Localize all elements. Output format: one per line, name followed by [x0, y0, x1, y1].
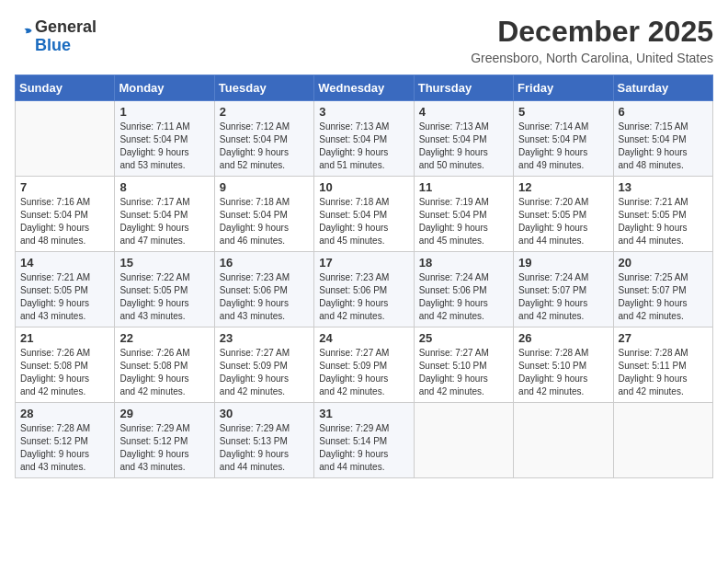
logo-blue-text: Blue: [35, 36, 71, 54]
day-info: Sunrise: 7:18 AM Sunset: 5:04 PM Dayligh…: [220, 196, 309, 247]
week-row-1: 1Sunrise: 7:11 AM Sunset: 5:04 PM Daylig…: [16, 101, 713, 177]
location-subtitle: Greensboro, North Carolina, United State…: [471, 51, 713, 65]
calendar-cell: 26Sunrise: 7:28 AM Sunset: 5:10 PM Dayli…: [514, 327, 613, 403]
day-info: Sunrise: 7:29 AM Sunset: 5:14 PM Dayligh…: [319, 422, 408, 474]
day-number: 7: [20, 180, 109, 194]
day-info: Sunrise: 7:17 AM Sunset: 5:04 PM Dayligh…: [119, 196, 209, 247]
day-info: Sunrise: 7:25 AM Sunset: 5:07 PM Dayligh…: [619, 271, 708, 323]
calendar-cell: 7Sunrise: 7:16 AM Sunset: 5:04 PM Daylig…: [16, 177, 115, 252]
day-info: Sunrise: 7:23 AM Sunset: 5:06 PM Dayligh…: [319, 271, 408, 323]
day-number: 21: [20, 331, 109, 345]
day-number: 18: [419, 256, 508, 270]
calendar-cell: 2Sunrise: 7:12 AM Sunset: 5:04 PM Daylig…: [214, 101, 313, 177]
day-info: Sunrise: 7:20 AM Sunset: 5:05 PM Dayligh…: [518, 196, 608, 247]
logo-bird-icon: [17, 26, 35, 44]
calendar-cell: 20Sunrise: 7:25 AM Sunset: 5:07 PM Dayli…: [613, 252, 712, 327]
weekday-header-tuesday: Tuesday: [214, 75, 313, 101]
day-info: Sunrise: 7:19 AM Sunset: 5:04 PM Dayligh…: [419, 196, 508, 247]
calendar-cell: 19Sunrise: 7:24 AM Sunset: 5:07 PM Dayli…: [514, 252, 613, 327]
day-info: Sunrise: 7:28 AM Sunset: 5:12 PM Dayligh…: [20, 422, 109, 474]
weekday-header-thursday: Thursday: [414, 75, 513, 101]
calendar-cell: 11Sunrise: 7:19 AM Sunset: 5:04 PM Dayli…: [414, 177, 513, 252]
day-number: 1: [119, 105, 209, 119]
day-info: Sunrise: 7:27 AM Sunset: 5:10 PM Dayligh…: [419, 347, 508, 398]
day-number: 4: [419, 105, 508, 119]
calendar-cell: [414, 403, 513, 478]
day-number: 23: [220, 331, 309, 345]
day-info: Sunrise: 7:24 AM Sunset: 5:06 PM Dayligh…: [419, 271, 508, 323]
day-number: 19: [518, 256, 608, 270]
calendar-cell: 18Sunrise: 7:24 AM Sunset: 5:06 PM Dayli…: [414, 252, 513, 327]
day-number: 30: [220, 407, 309, 420]
day-number: 6: [619, 105, 708, 119]
calendar-cell: 24Sunrise: 7:27 AM Sunset: 5:09 PM Dayli…: [314, 327, 414, 403]
day-info: Sunrise: 7:18 AM Sunset: 5:04 PM Dayligh…: [319, 196, 408, 247]
day-info: Sunrise: 7:15 AM Sunset: 5:04 PM Dayligh…: [619, 121, 708, 172]
day-info: Sunrise: 7:26 AM Sunset: 5:08 PM Dayligh…: [20, 347, 109, 398]
logo-general-text: General: [35, 17, 97, 36]
calendar-cell: 28Sunrise: 7:28 AM Sunset: 5:12 PM Dayli…: [16, 403, 115, 478]
day-number: 9: [220, 180, 309, 194]
day-number: 15: [119, 256, 209, 270]
calendar-cell: 25Sunrise: 7:27 AM Sunset: 5:10 PM Dayli…: [414, 327, 513, 403]
week-row-5: 28Sunrise: 7:28 AM Sunset: 5:12 PM Dayli…: [16, 403, 713, 478]
day-number: 14: [20, 256, 109, 270]
week-row-2: 7Sunrise: 7:16 AM Sunset: 5:04 PM Daylig…: [16, 177, 713, 252]
day-info: Sunrise: 7:14 AM Sunset: 5:04 PM Dayligh…: [518, 121, 608, 172]
calendar-cell: 9Sunrise: 7:18 AM Sunset: 5:04 PM Daylig…: [214, 177, 313, 252]
header: General Blue December 2025 Greensboro, N…: [15, 15, 713, 65]
day-info: Sunrise: 7:21 AM Sunset: 5:05 PM Dayligh…: [20, 271, 109, 323]
day-info: Sunrise: 7:22 AM Sunset: 5:05 PM Dayligh…: [119, 271, 209, 323]
weekday-header-row: SundayMondayTuesdayWednesdayThursdayFrid…: [16, 75, 713, 101]
day-number: 20: [619, 256, 708, 270]
day-info: Sunrise: 7:11 AM Sunset: 5:04 PM Dayligh…: [119, 121, 209, 172]
calendar-cell: 22Sunrise: 7:26 AM Sunset: 5:08 PM Dayli…: [115, 327, 214, 403]
calendar-cell: 4Sunrise: 7:13 AM Sunset: 5:04 PM Daylig…: [414, 101, 513, 177]
calendar-cell: 30Sunrise: 7:29 AM Sunset: 5:13 PM Dayli…: [214, 403, 313, 478]
title-area: December 2025 Greensboro, North Carolina…: [471, 15, 713, 65]
day-number: 12: [518, 180, 608, 194]
calendar-cell: 10Sunrise: 7:18 AM Sunset: 5:04 PM Dayli…: [314, 177, 414, 252]
day-info: Sunrise: 7:24 AM Sunset: 5:07 PM Dayligh…: [518, 271, 608, 323]
calendar-cell: 5Sunrise: 7:14 AM Sunset: 5:04 PM Daylig…: [514, 101, 613, 177]
calendar-cell: 29Sunrise: 7:29 AM Sunset: 5:12 PM Dayli…: [115, 403, 214, 478]
day-info: Sunrise: 7:26 AM Sunset: 5:08 PM Dayligh…: [119, 347, 209, 398]
calendar-table: SundayMondayTuesdayWednesdayThursdayFrid…: [15, 75, 713, 478]
weekday-header-monday: Monday: [115, 75, 214, 101]
weekday-header-wednesday: Wednesday: [314, 75, 414, 101]
calendar-cell: [16, 101, 115, 177]
calendar-cell: 17Sunrise: 7:23 AM Sunset: 5:06 PM Dayli…: [314, 252, 414, 327]
calendar-cell: 3Sunrise: 7:13 AM Sunset: 5:04 PM Daylig…: [314, 101, 414, 177]
day-info: Sunrise: 7:23 AM Sunset: 5:06 PM Dayligh…: [220, 271, 309, 323]
day-number: 16: [220, 256, 309, 270]
day-number: 22: [119, 331, 209, 345]
weekday-header-saturday: Saturday: [613, 75, 712, 101]
day-number: 31: [319, 407, 408, 420]
day-info: Sunrise: 7:29 AM Sunset: 5:12 PM Dayligh…: [119, 422, 209, 474]
day-number: 29: [119, 407, 209, 420]
calendar-cell: 1Sunrise: 7:11 AM Sunset: 5:04 PM Daylig…: [115, 101, 214, 177]
calendar-cell: 31Sunrise: 7:29 AM Sunset: 5:14 PM Dayli…: [314, 403, 414, 478]
day-number: 2: [220, 105, 309, 119]
calendar-cell: 13Sunrise: 7:21 AM Sunset: 5:05 PM Dayli…: [613, 177, 712, 252]
calendar-cell: [613, 403, 712, 478]
calendar-cell: 12Sunrise: 7:20 AM Sunset: 5:05 PM Dayli…: [514, 177, 613, 252]
day-number: 24: [319, 331, 408, 345]
calendar-cell: [514, 403, 613, 478]
day-number: 26: [518, 331, 608, 345]
day-info: Sunrise: 7:13 AM Sunset: 5:04 PM Dayligh…: [319, 121, 408, 172]
day-number: 27: [619, 331, 708, 345]
calendar-cell: 27Sunrise: 7:28 AM Sunset: 5:11 PM Dayli…: [613, 327, 712, 403]
day-number: 8: [119, 180, 209, 194]
day-number: 3: [319, 105, 408, 119]
day-info: Sunrise: 7:13 AM Sunset: 5:04 PM Dayligh…: [419, 121, 508, 172]
weekday-header-friday: Friday: [514, 75, 613, 101]
calendar-cell: 14Sunrise: 7:21 AM Sunset: 5:05 PM Dayli…: [16, 252, 115, 327]
calendar-cell: 23Sunrise: 7:27 AM Sunset: 5:09 PM Dayli…: [214, 327, 313, 403]
weekday-header-sunday: Sunday: [16, 75, 115, 101]
day-number: 17: [319, 256, 408, 270]
day-info: Sunrise: 7:12 AM Sunset: 5:04 PM Dayligh…: [220, 121, 309, 172]
day-number: 5: [518, 105, 608, 119]
calendar-cell: 16Sunrise: 7:23 AM Sunset: 5:06 PM Dayli…: [214, 252, 313, 327]
day-info: Sunrise: 7:16 AM Sunset: 5:04 PM Dayligh…: [20, 196, 109, 247]
